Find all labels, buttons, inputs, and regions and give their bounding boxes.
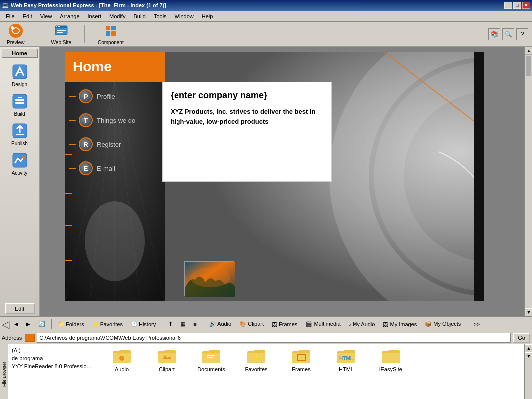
fb-tree-item-programs[interactable]: de programa <box>10 354 98 362</box>
svg-point-22 <box>22 156 25 159</box>
fb-back-btn[interactable]: ◀ <box>11 320 21 328</box>
design-label: Design <box>12 82 27 87</box>
canvas-area: Home P Profile T Things we do <box>40 47 532 316</box>
fb-myobjects-btn[interactable]: 📦 My Objects <box>422 320 464 328</box>
fb-scroll-down[interactable]: ▼ <box>525 352 532 360</box>
page-header: Home <box>65 52 165 82</box>
nav-item-profile[interactable]: P Profile <box>65 84 165 108</box>
svg-rect-17 <box>15 102 24 104</box>
svg-text:HTML: HTML <box>339 356 353 361</box>
menu-help[interactable]: Help <box>198 12 217 20</box>
folder-audio-icon <box>112 348 132 364</box>
file-html-label: HTML <box>339 366 354 372</box>
menu-tools[interactable]: Tools <box>150 12 171 20</box>
main-toolbar: Preview Web Site Component <box>0 22 532 47</box>
toolbar-zoom-icon[interactable]: 🔍 <box>502 28 514 40</box>
panel-tab-home[interactable]: Home <box>2 49 38 58</box>
web-page-canvas[interactable]: Home P Profile T Things we do <box>65 52 484 301</box>
svg-text:⭐: ⭐ <box>253 354 260 362</box>
file-audio[interactable]: Audio <box>104 348 139 372</box>
company-description: XYZ Products, Inc. strives to deliver th… <box>171 107 323 126</box>
file-html[interactable]: HTML HTML <box>329 348 363 372</box>
maximize-button[interactable]: □ <box>513 2 521 9</box>
scroll-up-arrow[interactable]: ▲ <box>525 47 532 55</box>
file-frames[interactable]: Frames <box>284 348 319 372</box>
menu-window[interactable]: Window <box>171 12 198 20</box>
menu-file[interactable]: File <box>2 12 19 20</box>
scroll-down-arrow[interactable]: ▼ <box>525 308 532 316</box>
photo-thumbnail[interactable] <box>184 261 234 296</box>
menu-edit[interactable]: Edit <box>19 12 36 20</box>
svg-rect-30 <box>65 193 72 194</box>
file-browser-section: ◁ ◀ ▶ 🔄 📁 Folders ⭐ Favorites 🕐 History … <box>0 316 532 399</box>
fb-favorites-btn[interactable]: ⭐ Favorites <box>89 320 126 328</box>
menu-build[interactable]: Build <box>129 12 149 20</box>
nav-item-things[interactable]: T Things we do <box>65 108 165 132</box>
sidebar-item-publish[interactable]: Publish <box>2 120 37 148</box>
scroll-thumb[interactable] <box>526 56 531 76</box>
minimize-button[interactable]: _ <box>504 2 512 9</box>
nav-circle-profile: P <box>79 89 93 103</box>
preview-button[interactable]: Preview <box>4 22 28 46</box>
fb-sep-1 <box>51 319 52 329</box>
menu-insert[interactable]: Insert <box>84 12 106 20</box>
fb-forward-btn[interactable]: ▶ <box>23 320 33 328</box>
sidebar-item-activity[interactable]: Activity <box>2 149 37 178</box>
activity-icon <box>11 151 29 169</box>
fb-tree: (A:) de programa YYY FineReader 8.0 Prof… <box>8 344 100 399</box>
fb-audio-btn[interactable]: 🔊 Audio <box>206 320 235 328</box>
component-button[interactable]: Component <box>95 22 127 46</box>
fb-up-btn[interactable]: ⬆ <box>165 320 176 328</box>
folder-frames-icon <box>291 348 311 364</box>
title-bar: 💻 Web Easy Professional Express - [The_F… <box>0 0 532 11</box>
fb-tree-item-finereader[interactable]: YYY FineReader 8.0 Professio... <box>10 362 98 370</box>
close-button[interactable]: ✕ <box>522 2 530 9</box>
sidebar-item-build[interactable]: Build <box>2 90 37 119</box>
file-documents[interactable]: Documents <box>194 348 229 372</box>
fb-toolbar: ◁ ◀ ▶ 🔄 📁 Folders ⭐ Favorites 🕐 History … <box>0 316 532 331</box>
menu-modify[interactable]: Modify <box>105 12 129 20</box>
fb-more-btn[interactable]: >> <box>470 320 483 328</box>
file-favorites-label: Favorites <box>245 366 267 372</box>
svg-point-4 <box>56 26 57 27</box>
fb-side-tab[interactable]: File Browser <box>0 344 8 399</box>
edit-button[interactable]: Edit <box>5 303 35 314</box>
file-clipart[interactable]: Clipart <box>149 348 184 372</box>
fb-scrollbar[interactable]: ▲ ▼ <box>524 344 532 399</box>
svg-point-6 <box>59 26 60 27</box>
fb-refresh-btn[interactable]: 🔄 <box>35 320 48 328</box>
title-bar-left: 💻 Web Easy Professional Express - [The_F… <box>2 2 166 9</box>
website-button[interactable]: Web Site <box>48 22 74 46</box>
fb-frames-btn[interactable]: 🖼 Frames <box>269 320 300 328</box>
toolbar-help-icon[interactable]: ? <box>516 28 528 40</box>
fb-myimages-btn[interactable]: 🖼 My Images <box>380 320 420 328</box>
nav-item-email[interactable]: E E-mail <box>65 156 165 180</box>
nav-item-register[interactable]: R Register <box>65 132 165 156</box>
back-button[interactable]: ◁ <box>2 318 9 330</box>
fb-clipart-btn[interactable]: 🎨 Clipart <box>236 320 267 328</box>
svg-point-28 <box>85 201 145 281</box>
go-button[interactable]: Go <box>513 333 530 343</box>
address-input[interactable] <box>37 333 511 343</box>
folder-documents-icon <box>201 348 221 364</box>
file-ieasysite[interactable]: iEasySite <box>373 348 408 372</box>
canvas-scrollbar[interactable]: ▲ ▼ <box>524 47 532 316</box>
fb-folders-btn[interactable]: 📁 Folders <box>55 320 87 328</box>
fb-tree-item-a[interactable]: (A:) <box>10 346 98 354</box>
fb-scroll-up[interactable]: ▲ <box>525 344 532 352</box>
fb-fileview-btn[interactable]: ≡ <box>190 320 199 328</box>
file-audio-label: Audio <box>115 366 129 372</box>
fb-views-btn[interactable]: ▦ <box>177 320 188 328</box>
content-box[interactable]: {enter company name} XYZ Products, Inc. … <box>162 82 332 182</box>
menu-arrange[interactable]: Arrange <box>56 12 83 20</box>
file-frames-label: Frames <box>292 366 310 372</box>
menu-view[interactable]: View <box>36 12 56 20</box>
fb-multimedia-btn[interactable]: 🎬 Multimedia <box>302 320 343 328</box>
fb-history-btn[interactable]: 🕐 History <box>128 320 159 328</box>
window-controls: _ □ ✕ <box>504 2 530 9</box>
fb-myaudio-btn[interactable]: ♪ My Audio <box>346 320 378 328</box>
toolbar-book-icon[interactable]: 📚 <box>488 28 500 40</box>
nav-menu: P Profile T Things we do R Register <box>65 84 165 180</box>
file-favorites[interactable]: ⭐ Favorites <box>239 348 274 372</box>
sidebar-item-design[interactable]: Design <box>2 61 37 89</box>
